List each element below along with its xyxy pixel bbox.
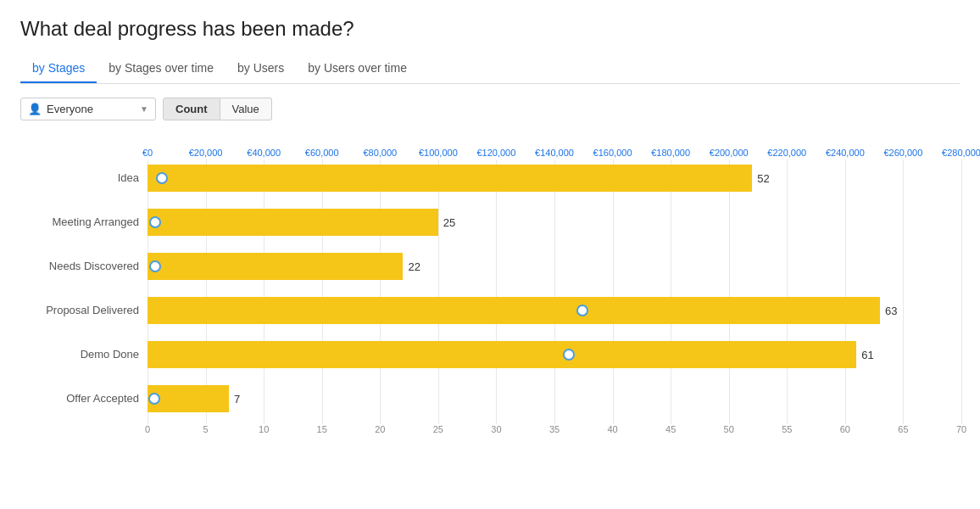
- bar-label: Needs Discovered: [20, 260, 139, 273]
- page-title: What deal progress has been made?: [20, 17, 960, 41]
- everyone-select[interactable]: 👤 Everyone ▼: [20, 98, 156, 120]
- bar: [148, 385, 229, 412]
- bar-label: Idea: [20, 171, 139, 185]
- bar-dot: [149, 216, 161, 228]
- tab-by-stages-over-time[interactable]: by Stages over time: [97, 54, 226, 83]
- table-row: Demo Done61: [148, 336, 961, 373]
- page-container: What deal progress has been made? by Sta…: [0, 0, 980, 509]
- bar-label: Proposal Delivered: [20, 304, 139, 317]
- count-button[interactable]: Count: [163, 98, 220, 120]
- chart-container: €0€20,000€40,000€60,000€80,000€100,000€1…: [20, 137, 960, 445]
- bar-count: 7: [234, 393, 240, 406]
- caret-icon: ▼: [140, 104, 148, 114]
- bar: [148, 165, 752, 192]
- bar-count: 61: [861, 349, 873, 361]
- count-value-toggle: Count Value: [163, 98, 272, 120]
- bar-label: Demo Done: [20, 348, 139, 361]
- top-axis: €0€20,000€40,000€60,000€80,000€100,000€1…: [148, 137, 961, 158]
- table-row: Meeting Arranged25: [148, 204, 961, 241]
- controls-bar: 👤 Everyone ▼ Count Value: [20, 98, 960, 120]
- tab-by-users[interactable]: by Users: [226, 54, 296, 83]
- bar-count: 63: [885, 305, 897, 317]
- bar-dot: [156, 172, 168, 184]
- bar-wrapper: 61: [148, 341, 961, 368]
- bar: [148, 297, 880, 324]
- tab-by-stages[interactable]: by Stages: [20, 54, 97, 83]
- bar-dot: [148, 393, 160, 405]
- bar-label: Offer Accepted: [20, 392, 139, 406]
- bar-dot: [149, 260, 161, 272]
- value-button[interactable]: Value: [220, 98, 272, 120]
- bar-chart-area: Idea52Meeting Arranged25Needs Discovered…: [148, 159, 961, 417]
- table-row: Proposal Delivered63: [148, 292, 961, 329]
- bar-wrapper: 7: [148, 385, 961, 412]
- bar-wrapper: 52: [148, 165, 961, 192]
- bar-count: 52: [757, 172, 769, 185]
- bar-dot: [563, 349, 575, 361]
- bar-wrapper: 25: [148, 209, 961, 236]
- user-icon: 👤: [28, 103, 42, 115]
- bar-wrapper: 63: [148, 297, 961, 324]
- bar-wrapper: 22: [148, 253, 961, 280]
- tab-bar: by Stages by Stages over time by Users b…: [20, 54, 960, 84]
- bar-label: Meeting Arranged: [20, 215, 139, 229]
- bar: [148, 253, 403, 280]
- table-row: Needs Discovered22: [148, 248, 961, 285]
- tab-by-users-over-time[interactable]: by Users over time: [296, 54, 419, 83]
- bar-dot: [576, 305, 588, 316]
- bar-count: 25: [443, 216, 455, 229]
- table-row: Offer Accepted7: [148, 380, 961, 417]
- bar-count: 22: [408, 260, 420, 273]
- bottom-axis: 0510152025303540455055606570: [148, 424, 961, 445]
- table-row: Idea52: [148, 159, 961, 197]
- bar: [148, 341, 856, 368]
- everyone-label: Everyone: [47, 103, 140, 115]
- bar: [148, 209, 438, 236]
